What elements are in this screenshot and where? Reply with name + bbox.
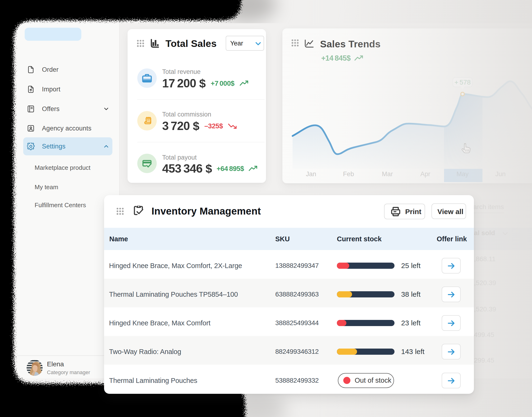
svg-text:Jan: Jan [306, 170, 316, 177]
svg-text:Jun: Jun [495, 170, 506, 177]
svg-text:Apr: Apr [420, 170, 430, 177]
svg-text:Mar: Mar [382, 170, 393, 177]
svg-text:+ 578: + 578 [455, 79, 471, 86]
svg-text:May: May [456, 170, 469, 177]
svg-text:Feb: Feb [343, 170, 354, 177]
